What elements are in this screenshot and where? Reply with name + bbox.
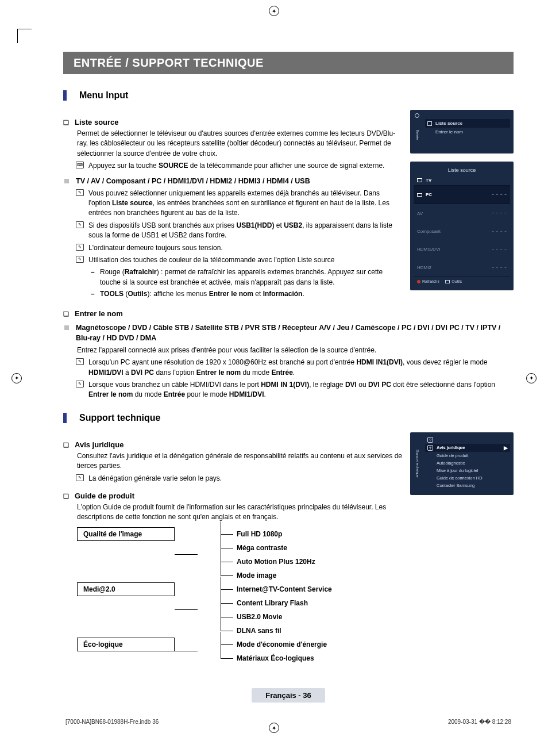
- osd-item: AV- - - -: [414, 204, 510, 222]
- note: ✎ Lorsque vous branchez un câble HDMI/DV…: [63, 380, 514, 400]
- accent-bar-icon: [63, 90, 67, 101]
- osd-tab-label: Entrée: [412, 120, 419, 150]
- note-icon: ✎: [76, 221, 84, 228]
- osd-input-menu: Entrée Liste source Entrer le nom: [410, 110, 514, 153]
- note-icon: ✎: [76, 256, 84, 263]
- osd-footer: Rafraîchir Outils: [414, 277, 510, 286]
- subheading-entrer-le-nom: Entrer le nom: [63, 309, 514, 318]
- print-footer: [7000-NA]BN68-01988H-Fre.indb 36 2009-03…: [63, 719, 514, 725]
- tree-item: Mode d'économie d'énergie: [221, 638, 327, 651]
- osd-title: Liste source: [414, 165, 510, 175]
- osd-item: HDMI1/DVI- - - -: [414, 240, 510, 258]
- sub-note: TOOLS (Outils): affiche les menus Entrer…: [63, 289, 402, 299]
- chevron-right-icon: ▶: [504, 445, 508, 451]
- help-icon: ?: [427, 445, 433, 451]
- subheading-guide-produit: Guide de produit: [63, 492, 402, 500]
- osd-item: Contacter Samsung: [425, 482, 510, 489]
- note: ✎ Utilisation des touches de couleur de …: [63, 255, 402, 265]
- footer-file: [7000-NA]BN68-01988H-Fre.indb 36: [65, 719, 159, 725]
- note: ✎ La dénégation générale varie selon le …: [63, 474, 402, 483]
- tree-item: Content Library Flash: [221, 596, 332, 610]
- red-dot-icon: [417, 280, 420, 283]
- osd-item: ?: [425, 436, 510, 444]
- section-heading-support: Support technique: [63, 413, 514, 423]
- source-icon: [427, 121, 432, 126]
- osd-item: HDMI2- - - -: [414, 259, 510, 277]
- note: ✎ L'ordinateur demeure toujours sous ten…: [63, 243, 402, 253]
- registration-mark-icon: [11, 373, 22, 383]
- osd-support-menu: Support technique ? ?Avis juridique▶ Gui…: [410, 432, 514, 495]
- osd-item: Composant- - - -: [414, 222, 510, 240]
- page-title: ENTRÉE / SUPPORT TECHNIQUE: [63, 52, 514, 74]
- osd-item: Autodiagnostic: [425, 459, 510, 467]
- tree-item: Mode image: [221, 569, 315, 582]
- tree-category: Qualité de l'image: [77, 527, 175, 541]
- device-list: Magnétoscope / DVD / Câble STB / Satelli…: [63, 323, 514, 343]
- osd-item: TV: [414, 175, 510, 185]
- registration-mark-icon: [269, 6, 279, 16]
- accent-bar-icon: [63, 413, 67, 423]
- osd-tab-label: Support technique: [412, 436, 419, 492]
- gear-icon: [415, 113, 419, 118]
- osd-source-list: Liste source TV PC- - - - AV- - - - Comp…: [410, 162, 514, 290]
- feature-tree: Qualité de l'image Full HD 1080p Méga co…: [63, 527, 514, 665]
- paragraph: Permet de sélectionner le téléviseur ou …: [63, 129, 402, 159]
- pc-icon: [417, 193, 422, 197]
- osd-item: Guide de connexion HD: [425, 474, 510, 482]
- tree-category: Medi@2.0: [77, 582, 175, 596]
- note-icon: ✎: [76, 189, 84, 196]
- tree-item: USB2.0 Movie: [221, 610, 332, 624]
- tv-icon: [417, 178, 422, 182]
- osd-item-selected: PC- - - -: [414, 185, 510, 204]
- page-number: Français - 36: [63, 688, 514, 703]
- note: ✎ Si des dispositifs USB sont branchés a…: [63, 221, 402, 241]
- tree-item: Matériaux Éco-logiques: [221, 651, 327, 665]
- input-list-heading: TV / AV / Composant / PC / HDMI1/DVI / H…: [63, 176, 402, 186]
- note-icon: ✎: [76, 381, 84, 387]
- tree-item: Auto Motion Plus 120Hz: [221, 555, 315, 569]
- osd-item: Guide de produit: [425, 452, 510, 459]
- section-heading-text: Menu Input: [79, 90, 128, 101]
- osd-item: Mise à jour du logiciel: [425, 467, 510, 474]
- sub-note: Rouge (Rafraîchir) : permet de rafraîchi…: [63, 267, 402, 287]
- section-heading-menu-input: Menu Input: [63, 90, 514, 101]
- subheading-liste-source: Liste source: [63, 118, 402, 126]
- subheading-avis-juridique: Avis juridique: [63, 440, 402, 449]
- note-icon: ✎: [76, 244, 84, 251]
- registration-mark-icon: [269, 723, 279, 733]
- note-icon: ✎: [76, 358, 84, 365]
- osd-item-selected: ?Avis juridique▶: [425, 444, 510, 452]
- osd-item: Liste source: [425, 119, 510, 128]
- paragraph: Entrez l'appareil connecté aux prises d'…: [63, 346, 514, 355]
- tree-item: Full HD 1080p: [221, 527, 315, 541]
- note-remote: ⌨ Appuyez sur la touche SOURCE de la tél…: [63, 161, 402, 171]
- tree-item: Internet@TV-Content Service: [221, 582, 332, 596]
- tools-icon: [445, 280, 450, 283]
- paragraph: Consultez l'avis juridique et la dénégat…: [63, 451, 402, 471]
- tree-item: DLNA sans fil: [221, 624, 332, 638]
- registration-mark-icon: [526, 373, 537, 383]
- section-heading-text: Support technique: [79, 413, 160, 423]
- tree-item: Méga contraste: [221, 541, 315, 555]
- osd-item: Entrer le nom: [425, 128, 510, 136]
- note: ✎ Vous pouvez sélectionner uniquement le…: [63, 189, 402, 218]
- note: ✎ Lorsqu'un PC ayant une résolution de 1…: [63, 358, 514, 378]
- remote-icon: ⌨: [76, 162, 84, 168]
- help-icon: ?: [427, 437, 433, 443]
- note-icon: ✎: [76, 474, 84, 481]
- footer-timestamp: 2009-03-31 �� 8:12:28: [448, 719, 511, 725]
- tree-category: Éco-logique: [77, 638, 175, 651]
- paragraph: L'option Guide de produit fournit de l'i…: [63, 502, 402, 523]
